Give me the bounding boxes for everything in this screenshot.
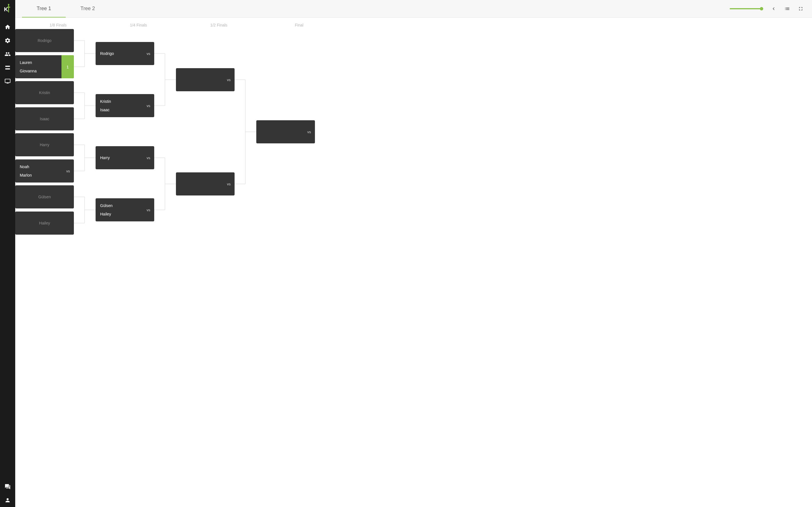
match-r3-2[interactable]: vs	[176, 172, 235, 195]
nav-brackets[interactable]	[0, 61, 15, 74]
bracket-icon	[4, 64, 11, 71]
player-name: Gülsen	[100, 203, 112, 208]
match-final[interactable]: vs	[256, 120, 315, 144]
tab-label: Tree 1	[37, 6, 51, 11]
nav-settings[interactable]	[0, 34, 15, 47]
svg-text:K: K	[4, 6, 8, 12]
match-r1-1[interactable]: Rodrigo	[15, 29, 74, 52]
vs-label: vs	[227, 78, 231, 82]
nav-home[interactable]	[0, 20, 15, 34]
player-name: Isaac	[100, 108, 111, 112]
player-name: Gülsen	[38, 194, 51, 199]
chat-icon	[4, 484, 11, 490]
monitor-icon	[4, 78, 11, 84]
player-name: Lauren	[20, 60, 37, 65]
match-r1-2[interactable]: Lauren Giovanna 1	[15, 55, 74, 78]
tab-tree-2[interactable]: Tree 2	[66, 0, 109, 17]
fullscreen-icon	[798, 6, 804, 11]
tab-tree-1[interactable]: Tree 1	[22, 0, 66, 17]
match-r2-2[interactable]: Kristin Isaac vs	[96, 94, 154, 117]
match-r1-6[interactable]: Noah Marlon vs	[15, 159, 74, 182]
match-r1-3[interactable]: Kristin	[15, 81, 74, 104]
player-name: Rodrigo	[100, 51, 114, 56]
home-icon	[4, 24, 11, 30]
vs-label: vs	[147, 52, 150, 56]
match-r1-4[interactable]: Isaac	[15, 107, 74, 130]
list-icon	[784, 6, 790, 11]
player-name: Kristin	[39, 91, 50, 95]
bracket-content: 1/8 Finals 1/4 Finals 1/2 Finals Final	[15, 18, 812, 507]
prev-button[interactable]	[771, 6, 776, 11]
vs-label: vs	[227, 182, 231, 186]
match-r1-5[interactable]: Harry	[15, 133, 74, 156]
list-button[interactable]	[784, 6, 790, 11]
vs-label: vs	[147, 104, 150, 108]
player-name: Harry	[100, 156, 110, 160]
round-header-r3: 1/2 Finals	[190, 23, 248, 30]
player-name: Harry	[40, 143, 49, 147]
match-r3-1[interactable]: vs	[176, 68, 235, 91]
round-header-r2: 1/4 Finals	[109, 23, 168, 30]
match-r1-7[interactable]: Gülsen	[15, 185, 74, 209]
vs-label: vs	[307, 130, 311, 134]
player-name: Kristin	[100, 99, 111, 104]
player-name: Hailey	[100, 212, 112, 216]
player-name: Rodrigo	[38, 38, 51, 43]
nav-profile[interactable]	[0, 494, 15, 507]
player-name: Isaac	[40, 117, 49, 121]
gear-icon	[4, 38, 11, 44]
fullscreen-button[interactable]	[798, 6, 804, 11]
people-icon	[4, 51, 11, 57]
topbar: Tree 1 Tree 2	[15, 0, 812, 18]
chevron-left-icon	[771, 6, 776, 11]
svg-rect-0	[8, 5, 9, 12]
match-r2-1[interactable]: Rodrigo vs	[96, 42, 154, 65]
nav-participants[interactable]	[0, 47, 15, 61]
zoom-slider[interactable]	[730, 8, 763, 9]
person-icon	[4, 497, 11, 503]
round-header-r4: Final	[270, 23, 328, 30]
svg-point-1	[8, 4, 9, 5]
player-name: Giovanna	[20, 69, 37, 73]
sidebar: K	[0, 0, 15, 507]
player-name: Marlon	[20, 173, 32, 177]
round-header-r1: 1/8 Finals	[29, 23, 87, 30]
vs-label: vs	[147, 156, 150, 160]
vs-label: vs	[147, 208, 150, 212]
zoom-slider-thumb[interactable]	[760, 7, 763, 10]
main-area: Tree 1 Tree 2 1/8	[15, 0, 812, 507]
vs-label: vs	[66, 169, 70, 173]
player-name: Hailey	[39, 221, 50, 225]
match-r2-4[interactable]: Gülsen Hailey vs	[96, 198, 154, 221]
tree-tabs: Tree 1 Tree 2	[22, 0, 110, 17]
score-badge: 1	[61, 55, 74, 78]
tab-label: Tree 2	[80, 6, 95, 11]
nav-display[interactable]	[0, 74, 15, 88]
app-logo: K	[4, 4, 11, 15]
match-r1-8[interactable]: Hailey	[15, 212, 74, 235]
player-name: Noah	[20, 165, 32, 169]
match-r2-3[interactable]: Harry vs	[96, 146, 154, 169]
nav-chat[interactable]	[0, 480, 15, 494]
